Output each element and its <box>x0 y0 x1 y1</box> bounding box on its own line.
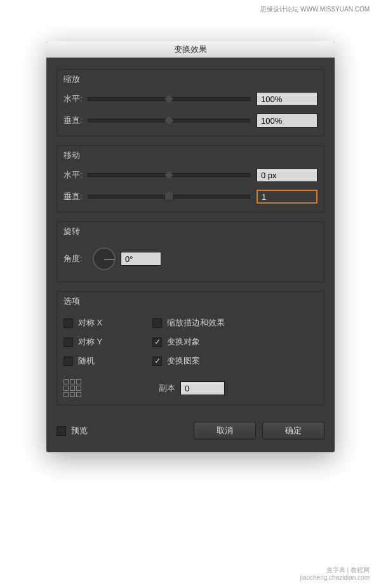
transform-objects-checkbox[interactable]: 变换对象 <box>152 332 225 351</box>
options-group: 选项 对称 X 对称 Y 随机 <box>57 291 324 405</box>
scale-strokes-checkbox[interactable]: 缩放描边和效果 <box>152 313 225 332</box>
anchor-cell[interactable] <box>64 386 69 391</box>
move-group: 移动 水平: 垂直: <box>57 145 324 212</box>
anchor-point-selector[interactable] <box>64 379 81 397</box>
move-vertical-slider[interactable] <box>88 195 250 199</box>
watermark-bottom: 查字典 | 教程网 jiaocheng.chazidian.com <box>300 566 370 582</box>
transform-patterns-label: 变换图案 <box>167 355 200 367</box>
scale-horizontal-label: 水平: <box>64 93 88 105</box>
transform-objects-label: 变换对象 <box>167 336 200 348</box>
angle-dial[interactable] <box>93 247 116 270</box>
anchor-cell[interactable] <box>70 379 75 384</box>
move-horizontal-input[interactable] <box>257 168 318 182</box>
move-vertical-row: 垂直: <box>64 189 318 204</box>
dialog-footer: 预览 取消 确定 <box>57 422 324 440</box>
scale-title: 缩放 <box>57 70 324 88</box>
ok-button[interactable]: 确定 <box>262 422 324 440</box>
slider-thumb-icon[interactable] <box>164 95 173 103</box>
preview-label: 预览 <box>71 425 88 436</box>
anchor-cell[interactable] <box>76 392 81 397</box>
checkbox-icon <box>64 356 73 366</box>
anchor-cell[interactable] <box>70 386 75 391</box>
scale-group: 缩放 水平: 垂直: <box>57 69 324 136</box>
scale-vertical-input[interactable] <box>257 114 318 127</box>
cancel-button[interactable]: 取消 <box>194 422 256 440</box>
move-horizontal-slider[interactable] <box>88 173 250 177</box>
rotate-group: 旋转 角度: <box>57 221 324 282</box>
random-label: 随机 <box>78 355 95 367</box>
move-horizontal-label: 水平: <box>64 169 88 181</box>
angle-label: 角度: <box>64 253 88 265</box>
random-checkbox[interactable]: 随机 <box>64 351 152 370</box>
watermark-bottom-line1: 查字典 | 教程网 <box>300 566 370 574</box>
options-bottom-row: 副本 <box>64 379 318 397</box>
angle-row: 角度: <box>64 244 318 274</box>
anchor-cell[interactable] <box>76 386 81 391</box>
dialog-title: 变换效果 <box>174 44 207 55</box>
checkbox-icon <box>152 337 162 347</box>
copies-label: 副本 <box>159 382 175 394</box>
copies-input[interactable] <box>180 381 225 395</box>
move-horizontal-row: 水平: <box>64 167 318 183</box>
checkbox-icon <box>152 318 162 328</box>
dialog-body: 缩放 水平: 垂直: 移动 <box>46 58 335 452</box>
options-title: 选项 <box>57 292 324 310</box>
anchor-cell[interactable] <box>76 379 81 384</box>
scale-vertical-slider[interactable] <box>88 119 250 122</box>
transform-patterns-checkbox[interactable]: 变换图案 <box>152 351 225 370</box>
checkbox-icon <box>64 337 73 347</box>
slider-thumb-icon[interactable] <box>164 190 173 200</box>
rotate-title: 旋转 <box>57 222 324 240</box>
scale-vertical-row: 垂直: <box>64 113 318 128</box>
move-vertical-input[interactable] <box>257 190 318 204</box>
move-vertical-label: 垂直: <box>64 191 88 202</box>
checkbox-icon <box>64 318 73 328</box>
scale-vertical-label: 垂直: <box>64 115 88 126</box>
scale-strokes-label: 缩放描边和效果 <box>167 317 225 329</box>
slider-thumb-icon[interactable] <box>164 116 173 125</box>
anchor-cell[interactable] <box>64 392 69 397</box>
transform-effect-dialog: 变换效果 缩放 水平: 垂直: <box>46 41 335 452</box>
move-title: 移动 <box>57 146 324 164</box>
watermark-bottom-line2: jiaocheng.chazidian.com <box>300 574 370 582</box>
watermark-top: 思缘设计论坛 WWW.MISSYUAN.COM <box>260 5 370 14</box>
reflect-y-label: 对称 Y <box>78 336 102 348</box>
reflect-x-label: 对称 X <box>78 317 102 329</box>
checkbox-icon <box>57 426 66 436</box>
scale-horizontal-slider[interactable] <box>88 97 250 101</box>
angle-input[interactable] <box>121 252 161 266</box>
preview-checkbox[interactable]: 预览 <box>57 425 88 436</box>
reflect-x-checkbox[interactable]: 对称 X <box>64 313 152 332</box>
anchor-cell[interactable] <box>70 392 75 397</box>
anchor-cell[interactable] <box>64 379 69 384</box>
dialog-titlebar: 变换效果 <box>46 41 335 58</box>
scale-horizontal-input[interactable] <box>257 92 318 106</box>
slider-thumb-icon[interactable] <box>164 171 173 180</box>
reflect-y-checkbox[interactable]: 对称 Y <box>64 332 152 351</box>
checkbox-icon <box>152 356 162 366</box>
scale-horizontal-row: 水平: <box>64 91 318 107</box>
